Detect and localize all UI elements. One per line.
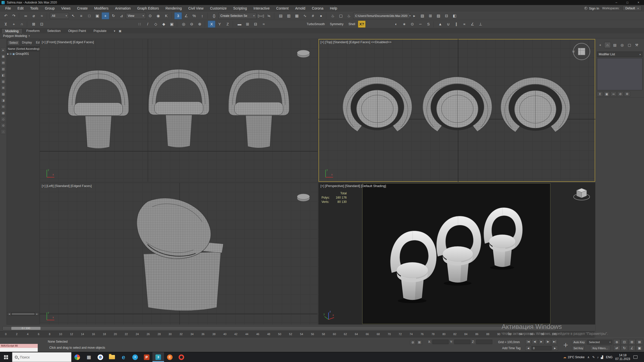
telegram-icon[interactable]: ✈ <box>129 352 141 362</box>
magnet-snap-icon[interactable]: ∩ <box>18 21 26 28</box>
constraint-z-button[interactable]: Z <box>224 21 231 28</box>
side-tool-icon[interactable]: ∴ <box>1 129 6 134</box>
edge-icon[interactable]: e <box>118 352 129 362</box>
menu-item[interactable]: Views <box>58 5 74 11</box>
separator[interactable] <box>207 13 209 19</box>
explorer-tab[interactable]: Display <box>20 40 33 45</box>
start-button[interactable] <box>0 352 12 362</box>
render-setup-icon[interactable]: ♨ <box>329 12 337 19</box>
previous-key-button[interactable]: ◀ <box>525 346 531 351</box>
toolbar-extra-icon[interactable]: ▨ <box>435 12 442 19</box>
file-explorer-icon[interactable] <box>106 352 118 362</box>
3dsmax-icon[interactable]: 3 <box>152 352 164 362</box>
side-tool-icon[interactable]: ▨ <box>1 92 6 97</box>
side-tool-icon[interactable]: ◧ <box>1 73 6 78</box>
render-production-icon[interactable]: ♨ <box>345 12 353 19</box>
scrollbar-thumb[interactable] <box>12 313 35 315</box>
menu-item[interactable]: Arnold <box>292 5 308 11</box>
y-coordinate-input[interactable] <box>454 340 470 344</box>
side-tool-icon[interactable]: ▸ <box>1 48 6 53</box>
menu-item[interactable]: Scripting <box>230 5 250 11</box>
separator[interactable] <box>19 13 21 19</box>
visibility-eye-icon[interactable]: ⊙ <box>10 53 12 55</box>
select-and-rotate-icon[interactable]: ↻ <box>110 12 117 19</box>
snap-pivot-icon[interactable]: + <box>10 21 18 28</box>
unlink-selection-icon[interactable]: ⌀ <box>30 12 37 19</box>
percent-snap-icon[interactable]: % <box>190 12 198 19</box>
render-safe-frame[interactable] <box>362 183 550 324</box>
pivot-icon[interactable]: ⊙ <box>409 21 416 28</box>
opera-icon[interactable] <box>176 352 187 362</box>
side-tool-icon[interactable]: ⊙ <box>1 123 6 128</box>
toggle-ribbon-icon[interactable]: ▦ <box>293 12 301 19</box>
select-and-manipulate-icon[interactable]: ◉ <box>154 12 162 19</box>
perspective-viewport-label[interactable]: [+] [Perspective] [Standard] [Default Sh… <box>320 184 386 188</box>
isolate-warning-button[interactable]: X? <box>358 21 366 28</box>
view-cube[interactable]: W <box>571 41 592 62</box>
hierarchy-tab-icon[interactable]: ▤ <box>612 42 618 48</box>
modifier-stack[interactable] <box>597 58 642 90</box>
left-viewport[interactable]: [+] [Left] [Standard] [Edged Faces] x y <box>40 183 317 325</box>
curve-editor-icon[interactable]: ∿ <box>301 12 309 19</box>
align-icon[interactable]: ≒ <box>265 12 273 19</box>
side-tool-icon[interactable]: ▩ <box>1 110 6 115</box>
perspective-viewport[interactable]: [+] [Perspective] [Standard] [Default Sh… <box>318 183 595 325</box>
select-object-icon[interactable]: ↖ <box>69 12 77 19</box>
select-and-scale-icon[interactable]: ⊿ <box>118 12 125 19</box>
menu-item[interactable]: Help <box>327 5 341 11</box>
corona-icon[interactable]: C <box>164 352 176 362</box>
go-to-start-button[interactable]: |◀ <box>525 339 531 344</box>
left-viewport-label[interactable]: [+] [Left] [Standard] [Edged Faces] <box>42 184 92 188</box>
keyboard-shortcut-override-icon[interactable]: K <box>163 12 170 19</box>
front-viewport[interactable]: [+] [Front] [Standard] [Edged Faces] x y <box>40 39 317 182</box>
zoom-icon[interactable]: ⊕ <box>613 339 620 345</box>
select-and-move-icon[interactable]: + <box>102 12 109 19</box>
separator[interactable] <box>205 21 207 27</box>
top-viewport-label[interactable]: [+] [Top] [Standard] [Edged Faces] <<Dis… <box>320 40 391 44</box>
undo-icon[interactable]: ↶ <box>2 12 10 19</box>
chamfer-icon[interactable]: ∠ <box>469 21 476 28</box>
toggle-scene-explorer-icon[interactable]: ▤ <box>277 12 285 19</box>
side-tool-icon[interactable]: ▧ <box>1 66 6 71</box>
ribbon-tab[interactable]: Selection <box>44 28 64 33</box>
explorer-tab[interactable]: Select <box>7 40 20 45</box>
tray-network-icon[interactable]: ▟ <box>601 355 603 359</box>
separator[interactable] <box>177 21 179 27</box>
window-crossing-icon[interactable]: ▣ <box>94 12 101 19</box>
menu-item[interactable]: Edit <box>14 5 27 11</box>
make-unique-icon[interactable]: ∞ <box>611 92 617 97</box>
timeline-ruler[interactable]: 0246810121416182022242628303234363840424… <box>0 331 595 338</box>
menu-item[interactable]: Graph Editors <box>134 5 162 11</box>
next-key-button[interactable]: ▶ <box>552 346 558 351</box>
shell-button[interactable]: Shell <box>346 21 357 27</box>
key-mode-dropdown[interactable]: Selected <box>587 340 612 345</box>
set-key-button[interactable]: Set Key <box>572 346 585 351</box>
weather-widget[interactable]: ☁ 19°C Smoke <box>563 355 585 359</box>
grid-align-icon[interactable]: ⊟ <box>252 21 259 28</box>
side-tool-icon[interactable]: ◇ <box>1 117 6 122</box>
close-button[interactable]: × <box>633 0 644 5</box>
bridge-icon[interactable]: ∥ <box>453 21 460 28</box>
pin-stack-icon[interactable]: ⊻ <box>597 92 603 97</box>
turbosmooth-icon[interactable]: ▲ <box>436 21 444 28</box>
separator[interactable] <box>274 13 276 19</box>
minimize-button[interactable]: – <box>611 0 622 5</box>
maxscript-listener-input[interactable] <box>0 348 38 352</box>
current-frame-input[interactable] <box>532 346 551 350</box>
extrude-icon[interactable]: ⊥ <box>477 21 484 28</box>
menu-item[interactable]: Tools <box>27 5 42 11</box>
isolate-selection-icon[interactable]: ⊘ <box>410 340 416 345</box>
absolute-mode-icon[interactable]: ⊡ <box>38 21 46 28</box>
rectangular-selection-region-icon[interactable]: □ <box>86 12 93 19</box>
previous-frame-button[interactable]: ◀| <box>532 339 538 344</box>
separator[interactable] <box>233 21 234 27</box>
utilities-tab-icon[interactable]: ⚒ <box>633 42 640 48</box>
ribbon-layout-icon[interactable]: ▣ <box>117 29 123 33</box>
select-by-name-icon[interactable]: ≡ <box>77 12 85 19</box>
schematic-view-icon[interactable]: # <box>309 12 317 19</box>
x-coordinate-input[interactable] <box>432 340 449 344</box>
menu-item[interactable]: Create <box>74 5 91 11</box>
edge-mode-icon[interactable]: / <box>144 21 151 28</box>
view-align-icon[interactable]: ⊞ <box>244 21 251 28</box>
angle-snap-icon[interactable]: ∠ <box>182 12 190 19</box>
